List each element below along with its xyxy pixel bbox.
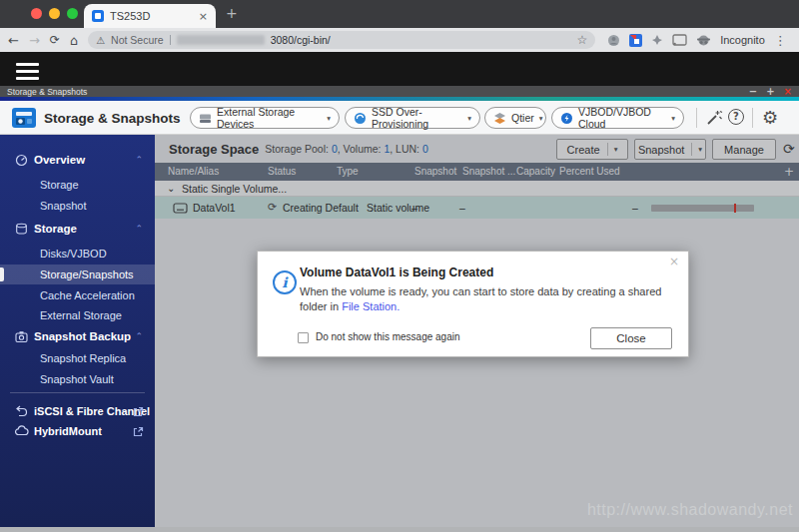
dropdown-label: External Storage Devices (217, 106, 322, 130)
home-icon[interactable]: ⌂ (70, 33, 78, 48)
sidebar-item-label: Snapshot Vault (40, 373, 114, 385)
screen: TS253D × + ← → ⟳ ⌂ ⚠ Not Secure 3080/cgi… (0, 0, 799, 532)
blurred-host (177, 35, 265, 45)
sidebar-item-storage-snapshots[interactable]: Storage/Snapshots (0, 265, 155, 284)
chevron-down-icon: ▾ (671, 114, 675, 123)
vjbod-shield-icon (560, 112, 573, 125)
sidebar-item-disks-vjbod[interactable]: Disks/VJBOD (0, 244, 155, 264)
dropdown-label: Qtier (511, 112, 534, 124)
sidebar-item-label: Snapshot Replica (40, 352, 126, 364)
not-secure-label: Not Secure (111, 34, 164, 46)
iscsi-icon (15, 405, 28, 418)
toolbar-separator (752, 108, 753, 128)
sidebar-item-label: Overview (34, 154, 85, 166)
sidebar-item-snapshot-overview[interactable]: Snapshot (0, 196, 155, 216)
dialog-body: When the volume is ready, you can start … (300, 284, 673, 314)
sidebar-item-label: Storage/Snapshots (40, 268, 134, 280)
help-icon[interactable]: ? (728, 109, 744, 125)
external-link-icon (133, 406, 144, 417)
extension-icon[interactable] (629, 34, 642, 47)
bookmark-star-icon[interactable]: ☆ (576, 33, 587, 47)
sidebar-item-label: Disks/VJBOD (40, 248, 107, 260)
forward-icon[interactable]: → (29, 33, 40, 48)
window-close-icon[interactable]: × (784, 87, 792, 97)
camera-icon (15, 330, 28, 343)
watermark: http://www.shadowandy.net (587, 501, 793, 519)
ssd-icon (354, 112, 367, 125)
disk-stack-icon (15, 223, 28, 236)
sidebar-item-label: Storage (40, 179, 79, 191)
window-title: Storage & Snapshots (7, 87, 740, 97)
sidebar-item-hybridmount[interactable]: HybridMount (0, 421, 155, 441)
selected-indicator (0, 267, 4, 281)
external-storage-devices-dropdown[interactable]: External Storage Devices ▾ (190, 107, 340, 129)
qnap-desktop-bar: Storage & Sna... × 1 ⟳ i 10 admin (0, 52, 799, 86)
main-menu-icon[interactable] (16, 59, 39, 84)
chevron-up-icon[interactable]: ⌃ (135, 155, 143, 165)
mac-minimize-button[interactable] (49, 8, 60, 19)
favicon (92, 10, 104, 22)
do-not-show-checkbox[interactable] (298, 332, 309, 343)
external-link-icon (133, 426, 144, 437)
sidebar-item-external-storage[interactable]: External Storage (0, 305, 155, 325)
sidebar: Overview ⌃ Storage Snapshot Storage ⌃ Di… (0, 135, 155, 527)
sidebar-item-cache-acceleration[interactable]: Cache Acceleration (0, 285, 155, 305)
sidebar-item-storage-overview[interactable]: Storage (0, 175, 155, 195)
address-bar[interactable]: ⚠ Not Secure 3080/cgi-bin/ ☆ (88, 31, 595, 49)
sidebar-divider (10, 392, 145, 393)
close-button[interactable]: Close (590, 327, 672, 349)
browser-tab[interactable]: TS253D × (84, 4, 216, 28)
chevron-up-icon[interactable]: ⌃ (135, 224, 143, 234)
sidebar-item-snapshot-vault[interactable]: Snapshot Vault (0, 369, 155, 389)
drive-icon (199, 112, 212, 125)
window-titlebar[interactable]: Storage & Snapshots − + × (0, 86, 799, 97)
browser-toolbar: ← → ⟳ ⌂ ⚠ Not Secure 3080/cgi-bin/ ☆ (0, 28, 799, 52)
not-secure-warning-icon: ⚠ (96, 35, 105, 46)
cast-icon[interactable] (672, 34, 687, 47)
incognito-label: Incognito (720, 34, 765, 46)
new-tab-button[interactable]: + (226, 5, 238, 21)
url-path: 3080/cgi-bin/ (271, 34, 331, 46)
checkbox-label[interactable]: Do not show this message again (316, 331, 460, 342)
wand-icon[interactable] (705, 109, 723, 127)
window-minimize-icon[interactable]: − (749, 87, 757, 97)
extension-icon[interactable] (607, 34, 620, 47)
mac-close-button[interactable] (31, 8, 42, 19)
window-maximize-icon[interactable]: + (766, 87, 774, 97)
dialog-title: Volume DataVol1 is Being Created (300, 266, 493, 279)
sidebar-item-label: Storage (34, 223, 77, 235)
ssd-over-provisioning-dropdown[interactable]: SSD Over-Provisioning ▾ (345, 107, 480, 129)
sidebar-item-snapshot-replica[interactable]: Snapshot Replica (0, 348, 155, 368)
gear-icon[interactable]: ⚙ (762, 107, 778, 128)
qtier-dropdown[interactable]: Qtier ▾ (484, 107, 546, 129)
mac-zoom-button[interactable] (67, 8, 78, 19)
dropdown-label: VJBOD/VJBOD Cloud (578, 106, 666, 130)
sidebar-item-label: Snapshot (40, 200, 86, 212)
dialog-close-icon[interactable]: × (669, 255, 679, 268)
sidebar-item-iscsi[interactable]: iSCSI & Fibre Channel (0, 401, 155, 421)
dropdown-label: SSD Over-Provisioning (372, 106, 462, 130)
file-station-link[interactable]: File Station. (342, 300, 400, 312)
chevron-up-icon[interactable]: ⌃ (135, 331, 143, 341)
browser-frame: TS253D × + (0, 0, 799, 28)
vjbod-dropdown[interactable]: VJBOD/VJBOD Cloud ▾ (551, 107, 684, 129)
chevron-down-icon: ▾ (327, 114, 331, 123)
extension-pin-icon[interactable] (651, 34, 663, 46)
sidebar-section-snapshot-backup[interactable]: Snapshot Backup ⌃ (0, 326, 155, 346)
reload-icon[interactable]: ⟳ (50, 33, 60, 47)
page-title: Storage & Snapshots (44, 101, 181, 135)
tab-close-icon[interactable]: × (199, 10, 208, 23)
sidebar-item-label: External Storage (40, 309, 122, 321)
cloud-icon (15, 425, 29, 437)
qtier-icon (493, 112, 506, 125)
browser-menu-icon[interactable]: ⋮ (774, 33, 787, 48)
back-icon[interactable]: ← (8, 33, 19, 48)
sidebar-section-overview[interactable]: Overview ⌃ (0, 150, 155, 170)
sidebar-section-storage[interactable]: Storage ⌃ (0, 219, 155, 239)
sidebar-item-label: HybridMount (34, 425, 102, 437)
volume-creation-dialog: × i Volume DataVol1 is Being Created Whe… (257, 251, 689, 357)
tab-title: TS253D (110, 10, 193, 22)
extension-cluster: Incognito ⋮ (607, 33, 787, 48)
chevron-down-icon: ▾ (539, 114, 543, 123)
storage-snapshots-app-icon (11, 105, 37, 131)
